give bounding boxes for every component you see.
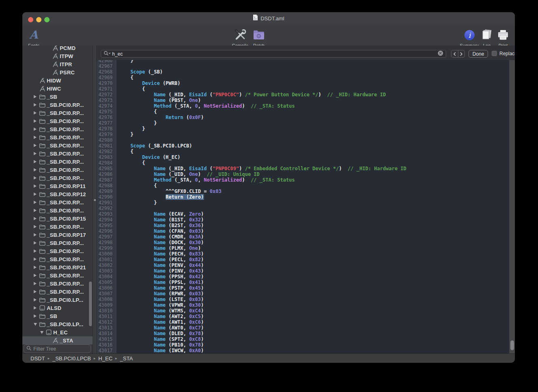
code-line[interactable]: 42978 } [97, 126, 509, 132]
sidebar-item-sb-pci0-rp21[interactable]: _SB.PCI0.RP21 [22, 263, 93, 271]
sidebar-item-sb-pci0-rp[interactable]: _SB.PCI0.RP... [22, 141, 93, 149]
code-editor[interactable]: 42966 }4296742968 Scope (_SB)42969 {4297… [97, 60, 509, 354]
search-scope-icon[interactable] [104, 50, 111, 58]
code-line[interactable]: 42981 Scope (_SB.PCI0.LPCB) [97, 143, 509, 149]
disclosure-triangle[interactable] [33, 233, 38, 237]
disclosure-triangle[interactable] [33, 241, 38, 245]
editor-scrollbar-thumb[interactable] [510, 340, 514, 350]
code-line[interactable]: 43002 Name (PENV, 0x44) [97, 262, 509, 268]
disclosure-triangle[interactable] [33, 314, 38, 318]
code-line[interactable]: 42980 [97, 137, 509, 143]
code-line[interactable]: 42991 } [97, 200, 509, 206]
code-line[interactable]: 42976 Return (0x0F) [97, 115, 509, 120]
find-previous-button[interactable] [451, 50, 458, 57]
code-line[interactable]: 42971 { [97, 86, 509, 92]
disclosure-triangle[interactable] [33, 152, 38, 156]
code-line[interactable]: 42974 Method (_STA, 0, NotSerialized) //… [97, 103, 509, 109]
code-line[interactable]: 43017 Name (IWCW, 0xA0) [97, 348, 509, 353]
disclosure-triangle[interactable] [33, 208, 38, 212]
disclosure-triangle[interactable] [33, 200, 38, 204]
disclosure-triangle[interactable] [33, 192, 38, 196]
code-line[interactable]: 42993 Name (ECAV, Zero) [97, 211, 509, 217]
sidebar-item-sb-pci0-rp[interactable]: _SB.PCI0.RP... [22, 133, 93, 141]
code-line[interactable]: 43011 Name (AWT2, 0xC5) [97, 314, 509, 319]
code-line[interactable]: 43015 Name (SPT2, 0xC8) [97, 336, 509, 342]
sidebar-item-sb-pci0-rp[interactable]: _SB.PCI0.RP... [22, 223, 93, 231]
done-button[interactable]: Done [469, 50, 488, 58]
disclosure-triangle[interactable] [33, 298, 38, 302]
clear-search-icon[interactable] [438, 50, 443, 58]
code-line[interactable]: 42989 ^^^GFX0.CLID = 0x03 [97, 188, 509, 194]
code-line[interactable]: 42973 Name (PBST, One) [97, 97, 509, 103]
code-line[interactable]: 42999 Name (PLMX, One) [97, 245, 509, 251]
sidebar-item-h-ec[interactable]: H_EC [22, 328, 93, 336]
code-line[interactable]: 43009 Name (VPWR, 0x30) [97, 302, 509, 308]
disclosure-triangle[interactable] [33, 265, 38, 269]
code-line[interactable]: 43003 Name (PINV, 0x43) [97, 268, 509, 274]
pane-splitter[interactable] [93, 45, 97, 354]
code-line[interactable]: 42977 } [97, 120, 509, 126]
code-line[interactable]: 42984 { [97, 160, 509, 166]
sidebar-item-sb-pci0-rp[interactable]: _SB.PCI0.RP... [22, 109, 93, 117]
disclosure-triangle[interactable] [33, 217, 38, 221]
code-line[interactable]: 42997 Name (CMDR, 0x3A) [97, 234, 509, 240]
code-line[interactable]: 42983 Device (H_EC) [97, 154, 509, 160]
sidebar-item-alsd[interactable]: ALSD [22, 304, 93, 312]
code-line[interactable]: 43016 Name (PB10, 0x78) [97, 342, 509, 348]
sidebar-item-sb-pci0-rp[interactable]: _SB.PCI0.RP... [22, 279, 93, 288]
sidebar-item-sb-pci0-rp[interactable]: _SB.PCI0.RP... [22, 271, 93, 279]
code-line[interactable]: 42996 Name (CFAN, 0x03) [97, 228, 509, 234]
sidebar-item-pcmd[interactable]: PCMD [22, 45, 93, 52]
code-line[interactable]: 42970 Device (PWRB) [97, 80, 509, 86]
code-line[interactable]: 43000 Name (PECH, 0x83) [97, 251, 509, 257]
disclosure-triangle[interactable] [33, 290, 38, 294]
sidebar-item-sb-pci0-lp[interactable]: _SB.PCI0.LP... [22, 320, 93, 328]
disclosure-triangle[interactable] [33, 273, 38, 277]
code-line[interactable]: 43014 Name (DLED, 0x78) [97, 331, 509, 336]
sidebar-item-psrc[interactable]: PSRC [22, 68, 93, 76]
sidebar-item-sta[interactable]: _STA [22, 336, 93, 344]
disclosure-triangle[interactable] [33, 111, 38, 115]
sidebar-item-sb[interactable]: _SB [22, 312, 93, 320]
breadcrumb-item[interactable]: _SB.PCI0.LPCB [52, 355, 91, 362]
sidebar-item-sb-pci0-rp[interactable]: _SB.PCI0.RP... [22, 125, 93, 133]
code-line[interactable]: 42998 Name (DOCK, 0x30) [97, 240, 509, 245]
code-line[interactable]: 42967 [97, 63, 509, 69]
sidebar-item-sb-pci0-lp[interactable]: _SB.PCI0.LP... [22, 296, 93, 304]
sidebar-item-sb-pci0-rp[interactable]: _SB.PCI0.RP... [22, 101, 93, 109]
disclosure-triangle[interactable] [33, 249, 38, 253]
code-line[interactable]: 42975 { [97, 109, 509, 115]
breadcrumb-item[interactable]: DSDT [30, 355, 45, 362]
disclosure-triangle[interactable] [33, 184, 38, 188]
sidebar-item-sb-pci0-rp[interactable]: _SB.PCI0.RP... [22, 239, 93, 247]
find-next-button[interactable] [458, 50, 465, 57]
code-line[interactable]: 43005 Name (PPSL, 0x41) [97, 279, 509, 285]
sidebar-item-itpw[interactable]: ITPW [22, 52, 93, 60]
disclosure-triangle[interactable] [33, 160, 38, 164]
code-line[interactable]: 42986 Name (_UID, One) // _UID: Unique I… [97, 171, 509, 177]
search-field[interactable] [101, 50, 446, 58]
disclosure-triangle[interactable] [33, 119, 38, 123]
code-line[interactable]: 42969 { [97, 75, 509, 80]
filter-field[interactable] [24, 344, 91, 353]
disclosure-triangle[interactable] [33, 176, 38, 180]
code-line[interactable]: 42988 { [97, 183, 509, 188]
sidebar-item-hidw[interactable]: HIDW [22, 76, 93, 84]
code-line[interactable]: 43004 Name (PPSH, 0x42) [97, 274, 509, 279]
disclosure-triangle[interactable] [33, 103, 38, 107]
sidebar-item-sb-pci0-rp17[interactable]: _SB.PCI0.RP17 [22, 231, 93, 239]
code-line[interactable]: 42979 } [97, 132, 509, 137]
sidebar-item-itpr[interactable]: ITPR [22, 60, 93, 68]
sidebar-item-sb-pci0-rp[interactable]: _SB.PCI0.RP... [22, 158, 93, 166]
disclosure-triangle[interactable] [39, 330, 44, 334]
code-line[interactable]: 42992 [97, 206, 509, 211]
sidebar-item-sb-pci0-rp11[interactable]: _SB.PCI0.RP11 [22, 182, 93, 190]
disclosure-triangle[interactable] [33, 135, 38, 139]
disclosure-triangle[interactable] [33, 127, 38, 131]
code-line[interactable]: 42966 } [97, 60, 509, 63]
sidebar-item-sb[interactable]: _SB [22, 93, 93, 101]
sidebar-item-sb-pci0-rp15[interactable]: _SB.PCI0.RP15 [22, 214, 93, 223]
sidebar-scrollbar-thumb[interactable] [89, 282, 92, 326]
sidebar-item-sb-pci0-rp[interactable]: _SB.PCI0.RP... [22, 174, 93, 182]
code-line[interactable]: 43001 Name (PECL, 0x82) [97, 257, 509, 262]
